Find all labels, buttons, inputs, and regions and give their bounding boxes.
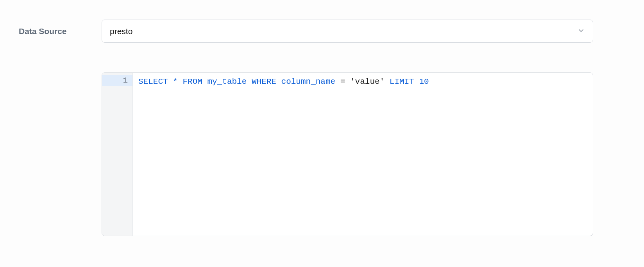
editor-gutter: 1 [102,73,133,236]
sql-token: SELECT [138,77,168,86]
data-source-selected-value: presto [110,27,132,36]
sql-token: WHERE [252,77,276,86]
sql-editor: 1 SELECT * FROM my_table WHERE column_na… [102,72,593,236]
sql-code-area[interactable]: SELECT * FROM my_table WHERE column_name… [133,73,593,236]
data-source-label: Data Source [19,27,102,36]
sql-token: column_name [281,77,336,86]
sql-token: 10 [419,77,429,86]
sql-token: my_table [207,77,247,86]
line-number[interactable]: 1 [102,75,132,86]
sql-token: 'value' [350,77,385,86]
data-source-select-wrap: presto [102,20,593,43]
sql-token: FROM [182,77,202,86]
sql-token: * [173,77,178,86]
sql-token: = [340,77,345,86]
data-source-select[interactable]: presto [102,20,593,43]
sql-token: LIMIT [390,77,414,86]
data-source-row: Data Source presto [19,20,593,43]
